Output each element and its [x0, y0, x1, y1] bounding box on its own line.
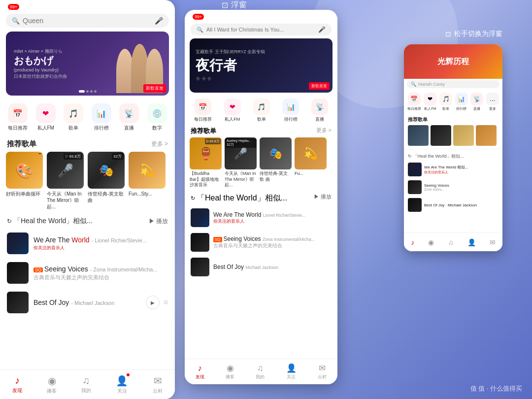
cat-chart[interactable]: 📊 排行榜	[92, 103, 111, 132]
main-bottom-nav: ♪ 发现 ◉ 播客 ♫ 我的 👤 关注 ✉ 云村	[0, 369, 175, 399]
mid-pl-name-1: 【Buddha Bar】超级地地沙发音乐	[190, 171, 222, 188]
rp-song-3[interactable]: Best Of Joy · Michael Jackson	[404, 196, 502, 214]
right-phone-container: ⊡ 松手切换为浮窗 光辉历程 🔍 Mariah Carey 📅 每日推荐 ❤ 私…	[404, 30, 502, 251]
banner-dots	[79, 90, 97, 93]
mid-cat-live[interactable]: 📡 直播	[311, 99, 328, 123]
rp-bottom-nav: ♪ ◉ ♫ 👤 ✉	[404, 233, 502, 251]
mid-song-name-2: SQSeeing Voices Zona Instrumental/Micha.…	[213, 235, 332, 242]
cat-fm[interactable]: ❤ 私人FM	[36, 103, 56, 132]
rp-cat-live[interactable]: 📡 直播	[470, 93, 483, 111]
rp-refresh-icon[interactable]: ↻	[408, 154, 412, 159]
rp-nav-discover[interactable]: ♪	[411, 238, 414, 246]
rp-cat-daily[interactable]: 📅 每日推荐	[407, 93, 421, 111]
refresh-icon[interactable]: ↻	[7, 218, 12, 225]
watermark: 值 值 · 什么值得买	[470, 384, 522, 393]
mid-refresh-icon[interactable]: ↻	[191, 195, 195, 201]
rp-pl-3[interactable]	[453, 125, 474, 146]
mid-banner[interactable]: 宝藏歌手 王子阳/JERRYZ 全新专辑 夜行者 卡 卡 卡 新歌首发	[190, 38, 332, 93]
nav-podcast[interactable]: ◉ 播客	[47, 375, 57, 395]
mid-nav-follow[interactable]: 👤 关注	[286, 363, 297, 380]
rp-search-icon: 🔍	[411, 82, 416, 87]
song-name-3: Best Of Joy - Michael Jackson	[33, 299, 141, 306]
rp-pl-4[interactable]	[476, 125, 497, 146]
mid-nav-discover[interactable]: ♪ 发现	[196, 364, 204, 380]
mid-category-row: 📅 每日推荐 ❤ 私人FM 🎵 歌单 📊 排行榜 📡 直播	[185, 97, 337, 126]
nav-follow[interactable]: 👤 关注	[116, 375, 128, 395]
playlist-name-3: 传世经典-英文歌曲	[88, 191, 125, 203]
playlist-item-1[interactable]: 🎨 好听到单曲循环	[6, 152, 43, 210]
mid-cat-fm[interactable]: ❤ 私人FM	[224, 99, 241, 123]
cat-digital[interactable]: 💿 数字	[147, 103, 167, 132]
mid-song-3[interactable]: Best Of Joy Michael Jackson	[185, 255, 337, 279]
rp-cat-fm[interactable]: ❤ 私人FM	[424, 93, 436, 111]
mid-nav-village[interactable]: ✉ 云村	[318, 363, 327, 380]
mid-cat-daily[interactable]: 📅 每日推荐	[194, 99, 212, 123]
cat-label-playlist: 歌单	[68, 125, 78, 132]
mid-play-all-button[interactable]: ▶ 播放	[314, 193, 332, 203]
nav-mine[interactable]: ♫ 我的	[81, 375, 91, 394]
mid-pl-1[interactable]: 🏺 D-93.8万 【Buddha Bar】超级地地沙发音乐	[190, 137, 222, 188]
rp-search-bar[interactable]: 🔍 Mariah Carey	[407, 80, 499, 88]
rp-pl-1[interactable]	[408, 125, 429, 146]
play-all-button[interactable]: ▶ 播放	[149, 217, 168, 226]
song-item-2[interactable]: SQSeeing Voices - Zona Instrumental/Mich…	[0, 258, 175, 288]
mid-search-bar[interactable]: 🔍 🎤	[191, 24, 332, 35]
mid-song-2[interactable]: SQSeeing Voices Zona Instrumental/Micha.…	[185, 230, 337, 255]
cat-playlist[interactable]: 🎵 歌单	[64, 103, 83, 132]
rp-cat-playlist[interactable]: 🎵 歌单	[439, 93, 452, 111]
mid-cat-chart[interactable]: 📊 排行榜	[282, 99, 299, 123]
playlist-item-3[interactable]: 🎭 32万 传世经典-英文歌曲	[88, 152, 125, 210]
nav-village[interactable]: ✉ 云村	[153, 375, 163, 395]
mid-pl-2[interactable]: 🎤 Audrey Hepbu... 32万 今天从《Man In The Mir…	[225, 137, 257, 188]
mid-banner-title: 夜行者	[196, 56, 265, 75]
mid-pl-cover-3: 🎭	[260, 137, 292, 169]
nav-icon-mine: ♫	[83, 375, 90, 386]
rp-nav-podcast[interactable]: ◉	[428, 238, 434, 246]
mid-nav-label-village: 云村	[318, 374, 327, 380]
nav-discover[interactable]: ♪ 发现	[12, 375, 22, 394]
song-item-3[interactable]: Best Of Joy - Michael Jackson ▶ ≡	[0, 288, 175, 317]
mid-pl-3[interactable]: 🎭 传世经典-英文歌 曲	[260, 137, 292, 188]
cat-daily[interactable]: 📅 每日推荐	[8, 103, 28, 132]
mic-icon[interactable]: 🎤	[155, 17, 163, 25]
mid-cat-label-playlist: 歌单	[257, 116, 266, 123]
rp-nav-village[interactable]: ✉	[490, 238, 496, 246]
song-item-1[interactable]: We Are The World - Lionel Richie/Stevie.…	[0, 229, 175, 258]
mid-nav-podcast[interactable]: ◉ 播客	[226, 363, 234, 380]
cat-live[interactable]: 📡 直播	[119, 103, 139, 132]
mid-similar-text: 「Heal the World」相似...	[197, 193, 287, 203]
play-button-3[interactable]: ▶	[146, 296, 160, 309]
playlist-item-4[interactable]: 💫 Fun...Sty...	[129, 152, 166, 210]
main-search-bar[interactable]: 🔍 🎤	[6, 14, 169, 28]
rp-cat-icon-chart: 📊	[455, 93, 468, 105]
mid-banner-text: 宝藏歌手 王子阳/JERRYZ 全新专辑 夜行者 卡 卡 卡	[190, 44, 271, 87]
recommend-more[interactable]: 更多 >	[151, 140, 168, 148]
mid-cat-playlist[interactable]: 🎵 歌单	[253, 99, 270, 123]
rp-banner-text: 光辉历程	[437, 57, 469, 67]
main-banner[interactable]: milet × Aimer × 幾田りら おもかげ (produced by V…	[6, 32, 169, 96]
mid-nav-icon-follow: 👤	[286, 363, 297, 373]
mid-nav-mine[interactable]: ♫ 我的	[256, 364, 265, 380]
mid-nav-label-follow: 关注	[287, 374, 296, 380]
mid-pl-name-3: 传世经典-英文歌 曲	[260, 171, 292, 182]
rp-pl-2[interactable]	[431, 125, 451, 146]
playlist-item-2[interactable]: 🎤 ▷93.8万 今天从《Man In The Mirror》听起...	[47, 152, 84, 210]
rp-song-2[interactable]: Seeing Voices Zone Instru...	[404, 178, 502, 196]
mid-search-input[interactable]	[206, 27, 315, 33]
search-input[interactable]	[23, 17, 152, 25]
rp-nav-mine[interactable]: ♫	[448, 238, 454, 246]
mid-mic-icon[interactable]: 🎤	[318, 26, 326, 33]
mid-song-1[interactable]: We Are The World Lionel Richie/Stevie...…	[185, 205, 337, 230]
menu-icon-3[interactable]: ≡	[164, 298, 168, 307]
mid-nav-label-discover: 发现	[196, 374, 204, 380]
rp-cat-chart[interactable]: 📊 排行榜	[455, 93, 468, 111]
playlist-name-1: 好听到单曲循环	[6, 191, 43, 197]
mid-recommend-more[interactable]: 更多 >	[316, 127, 332, 135]
mid-cat-icon-playlist: 🎵	[253, 99, 270, 115]
rp-cat-more[interactable]: … 更多	[486, 93, 499, 111]
mid-pl-4[interactable]: 💫 Fu...	[295, 137, 327, 188]
rp-nav-follow[interactable]: 👤	[467, 238, 476, 246]
mid-cat-icon-live: 📡	[311, 99, 328, 115]
rp-cat-icon-playlist: 🎵	[439, 93, 452, 105]
rp-song-1[interactable]: We Are The World 相似... 你关注的音乐人	[404, 161, 502, 178]
